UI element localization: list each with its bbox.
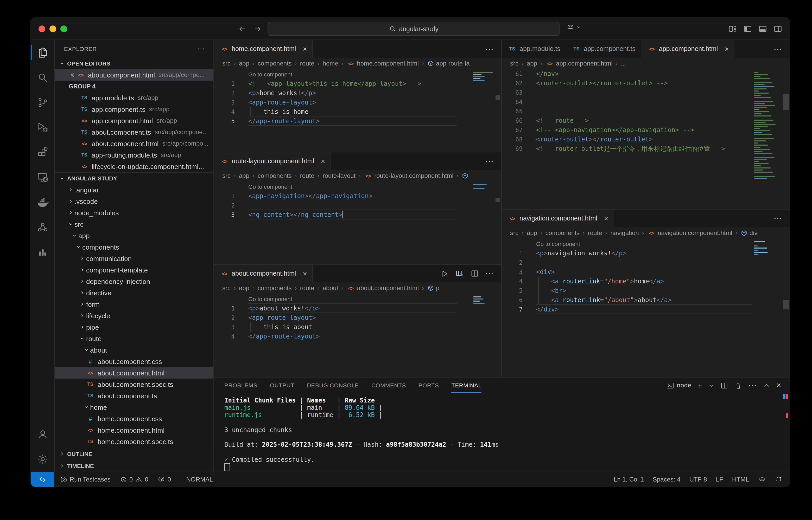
breadcrumb-item[interactable]: route xyxy=(300,60,314,67)
breadcrumb-item[interactable]: home xyxy=(323,60,338,67)
more-button[interactable]: ··· xyxy=(486,45,494,53)
panel-tab-COMMENTS[interactable]: COMMENTS xyxy=(371,378,406,393)
status-item[interactable]: Spaces: 4 xyxy=(653,476,681,483)
tree-file-about.component.ts[interactable]: TSabout.component.ts xyxy=(55,390,214,401)
breadcrumb-item[interactable]: <>route-layout.component.html xyxy=(364,172,453,179)
panel-tab-TERMINAL[interactable]: TERMINAL xyxy=(451,378,482,393)
open-editor-item[interactable]: TS about.component.tssrc/app/compone... xyxy=(55,126,214,138)
breadcrumb-item[interactable]: about xyxy=(323,284,338,292)
breadcrumb-item[interactable]: src xyxy=(510,60,518,67)
breadcrumb-item[interactable]: src xyxy=(222,172,230,179)
maximize-panel-icon[interactable] xyxy=(763,382,770,389)
open-editor-item-selected[interactable]: ×<> about.component.htmlsrc/app/compo... xyxy=(55,69,214,81)
tree-file-about.component.css[interactable]: #about.component.css xyxy=(55,356,214,367)
scrollbar-slider[interactable] xyxy=(495,95,500,100)
tree-folder-node_modules[interactable]: node_modules xyxy=(55,207,214,218)
split-button[interactable] xyxy=(471,269,479,278)
tree-file-home.component.html[interactable]: <>home.component.html xyxy=(55,424,214,436)
open-editor-item[interactable]: <> app.component.htmlsrc/app xyxy=(55,115,214,126)
tree-file-about.component.html[interactable]: <>about.component.html xyxy=(55,367,214,379)
activity-account-icon[interactable] xyxy=(31,422,54,447)
status-copilot-icon[interactable] xyxy=(758,475,766,484)
breadcrumb-item[interactable]: <>navigation.component.html xyxy=(647,229,732,237)
code-editor[interactable]: Go to component1<p>about works!</p>2<app… xyxy=(214,294,501,378)
code-editor[interactable]: Go to component1<!-- <app-layout>this is… xyxy=(214,69,501,152)
tree-folder-src[interactable]: src xyxy=(55,218,214,230)
minimap[interactable] xyxy=(754,71,782,179)
close-tab-icon[interactable]: × xyxy=(604,215,608,222)
panel-tab-DEBUG CONSOLE[interactable]: DEBUG CONSOLE xyxy=(307,378,359,393)
breadcrumb-item[interactable]: <>app.component.html xyxy=(545,60,612,67)
status-item[interactable]: Ln 1, Col 1 xyxy=(614,476,644,483)
kill-terminal-icon[interactable] xyxy=(735,382,742,389)
timeline-section-header[interactable]: TIMELINE xyxy=(55,460,214,472)
tree-file-home.component.spec.ts[interactable]: TShome.component.spec.ts xyxy=(55,436,214,447)
close-tab-icon[interactable]: × xyxy=(303,270,307,277)
open-editor-item[interactable]: <> about.component.htmlsrc/app/compo... xyxy=(55,138,214,149)
command-center-search[interactable]: angular-study xyxy=(268,22,560,36)
minimap[interactable] xyxy=(754,240,782,255)
breadcrumb-item[interactable]: <>home.component.html xyxy=(347,60,419,67)
minimap[interactable] xyxy=(473,71,494,81)
activity-source-control-icon[interactable] xyxy=(31,90,54,115)
panel-tab-PROBLEMS[interactable]: PROBLEMS xyxy=(224,378,257,393)
activity-search-icon[interactable] xyxy=(31,65,54,90)
tab-navigation.component.html[interactable]: <>navigation.component.html× xyxy=(502,210,614,227)
activity-explorer-icon[interactable] xyxy=(31,40,54,65)
tab-home.component.html[interactable]: <>home.component.html× xyxy=(214,40,313,58)
codelens-go-to-component[interactable]: Go to component xyxy=(248,294,501,304)
breadcrumb-item[interactable]: app xyxy=(239,60,249,67)
tree-folder-communication[interactable]: communication xyxy=(55,253,214,264)
tree-file-about.component.spec.ts[interactable]: TSabout.component.spec.ts xyxy=(55,379,214,390)
activity-docker-icon[interactable] xyxy=(31,190,54,215)
toggle-secondary-sidebar-icon[interactable] xyxy=(773,24,782,33)
open-editor-item[interactable]: TS app-routing.module.tssrc/app xyxy=(55,149,214,161)
code-editor[interactable]: Go to component1<p>navigation works!</p>… xyxy=(502,239,790,378)
breadcrumb-item[interactable]: route-layout xyxy=(323,172,356,179)
toggle-panel-icon[interactable] xyxy=(758,24,767,33)
tree-folder-app[interactable]: app xyxy=(55,230,214,241)
tree-folder-form[interactable]: form xyxy=(55,298,214,310)
tree-folder-pipe[interactable]: pipe xyxy=(55,321,214,333)
codelens-go-to-component[interactable]: Go to component xyxy=(248,181,501,191)
tree-folder-home[interactable]: home xyxy=(55,401,214,413)
more-icon[interactable]: ··· xyxy=(749,382,757,389)
remote-indicator[interactable] xyxy=(31,472,54,487)
more-button[interactable]: ··· xyxy=(486,157,494,165)
status-bell-dot-icon[interactable] xyxy=(775,476,782,483)
close-tab-icon[interactable]: × xyxy=(303,45,307,53)
terminal-shell-picker[interactable]: node xyxy=(666,382,691,389)
tree-folder-about[interactable]: about xyxy=(55,344,214,356)
breadcrumb-item[interactable]: navigation xyxy=(611,229,639,237)
activity-settings-icon[interactable] xyxy=(31,447,54,472)
minimize-window-button[interactable] xyxy=(49,25,56,32)
breadcrumb-item[interactable]: app-route-la xyxy=(427,60,469,67)
breadcrumb-item[interactable]: src xyxy=(510,229,518,237)
go-forward-icon[interactable] xyxy=(253,24,262,33)
breadcrumb-item[interactable]: p xyxy=(427,284,439,292)
activity-run-debug-icon[interactable] xyxy=(31,115,54,140)
breadcrumb-item[interactable]: app xyxy=(527,229,537,237)
status-broadcast[interactable]: 0 xyxy=(158,476,171,483)
chevron-down-icon[interactable] xyxy=(576,24,582,30)
run-button[interactable] xyxy=(441,269,449,278)
terminal-output[interactable]: Initial Chunk Files | Names | Raw Sizema… xyxy=(214,393,790,472)
breadcrumb-item[interactable]: app xyxy=(527,60,537,67)
tree-folder-.angular[interactable]: .angular xyxy=(55,184,214,196)
status-run-all[interactable]: Run Testcases xyxy=(60,476,110,483)
status-item[interactable]: HTML xyxy=(732,476,749,483)
open-editor-item[interactable]: TS app.component.tssrc/app xyxy=(55,103,214,115)
codelens-go-to-component[interactable]: Go to component xyxy=(248,69,501,79)
breadcrumb-item[interactable] xyxy=(462,173,471,179)
activity-organization-icon[interactable] xyxy=(31,215,54,240)
tree-file-home.component.css[interactable]: #home.component.css xyxy=(55,413,214,424)
terminal-dropdown-icon[interactable] xyxy=(709,383,714,388)
close-panel-icon[interactable]: × xyxy=(776,381,781,389)
status-vim-mode[interactable]: -- NORMAL -- xyxy=(180,476,219,483)
tree-folder-components[interactable]: components xyxy=(55,241,214,253)
breadcrumb-item[interactable]: components xyxy=(257,172,292,179)
open-editor-item[interactable]: TS app.module.tssrc/app xyxy=(55,92,214,103)
breadcrumb-item[interactable]: ... xyxy=(621,60,626,67)
scrollbar-slider[interactable] xyxy=(783,300,789,309)
breadcrumb-item[interactable]: route xyxy=(300,284,314,292)
